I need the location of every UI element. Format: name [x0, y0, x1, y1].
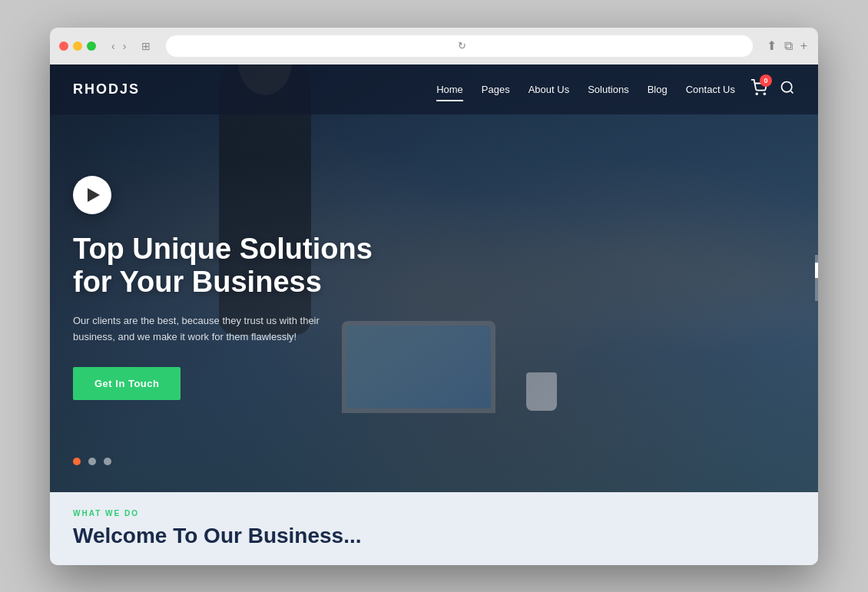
hero-section: RHODJS Home Pages About Us Solutions Blo…	[50, 64, 818, 492]
nav-icons: 0	[750, 79, 795, 99]
maximize-button[interactable]	[87, 41, 96, 51]
scroll-handle	[815, 263, 818, 278]
hero-title-line1: Top Unique Solutions	[73, 233, 373, 265]
welcome-title: Welcome To Our Business...	[73, 524, 795, 548]
new-tab-button[interactable]: +	[799, 38, 809, 55]
nav-blog[interactable]: Blog	[648, 81, 668, 98]
share-button[interactable]: ⬆	[765, 37, 778, 55]
slider-dot-1[interactable]	[73, 458, 81, 465]
navbar: RHODJS Home Pages About Us Solutions Blo…	[50, 64, 818, 114]
search-icon[interactable]	[780, 80, 795, 98]
forward-button[interactable]: ›	[120, 38, 130, 54]
nav-about[interactable]: About Us	[528, 81, 569, 98]
play-button[interactable]	[73, 176, 111, 214]
browser-nav-buttons: ‹ ›	[108, 38, 129, 54]
slider-dots	[73, 458, 111, 465]
cart-badge: 0	[760, 74, 772, 87]
reload-icon[interactable]: ↻	[458, 40, 466, 51]
svg-point-2	[782, 82, 792, 92]
window-toggle-button[interactable]: ⊞	[138, 38, 154, 54]
close-button[interactable]	[59, 41, 68, 51]
nav-contact[interactable]: Contact Us	[686, 81, 735, 98]
browser-actions: ⬆ ⧉ +	[765, 37, 809, 55]
cart-icon-wrap[interactable]: 0	[750, 79, 767, 99]
back-button[interactable]: ‹	[108, 38, 118, 54]
svg-point-1	[764, 93, 765, 94]
slider-dot-2[interactable]	[88, 458, 96, 465]
hero-title-line2: for Your Business	[73, 266, 322, 298]
traffic-lights	[59, 41, 96, 51]
section-label: WHAT WE DO	[73, 509, 795, 518]
play-icon	[88, 188, 100, 202]
nav-links: Home Pages About Us Solutions Blog Conta…	[436, 81, 735, 98]
nav-pages[interactable]: Pages	[482, 81, 510, 98]
nav-home[interactable]: Home	[436, 81, 463, 98]
hero-subtitle: Our clients are the best, because they t…	[73, 313, 350, 346]
website-content: RHODJS Home Pages About Us Solutions Blo…	[50, 64, 818, 565]
svg-point-0	[756, 93, 757, 94]
nav-solutions[interactable]: Solutions	[588, 81, 628, 98]
tabs-button[interactable]: ⧉	[783, 38, 794, 55]
site-logo: RHODJS	[73, 81, 140, 98]
address-bar[interactable]: ↻	[166, 35, 752, 57]
cta-button[interactable]: Get In Touch	[73, 367, 181, 400]
minimize-button[interactable]	[73, 41, 82, 51]
hero-title: Top Unique Solutions for Your Business	[73, 233, 373, 299]
slider-dot-3[interactable]	[104, 458, 111, 465]
hero-content: Top Unique Solutions for Your Business O…	[73, 176, 373, 400]
browser-window: ‹ › ⊞ ↻ ⬆ ⧉ +	[50, 28, 818, 565]
scroll-indicator	[815, 255, 818, 301]
bottom-section: WHAT WE DO Welcome To Our Business...	[50, 492, 818, 565]
browser-chrome: ‹ › ⊞ ↻ ⬆ ⧉ +	[50, 28, 818, 64]
